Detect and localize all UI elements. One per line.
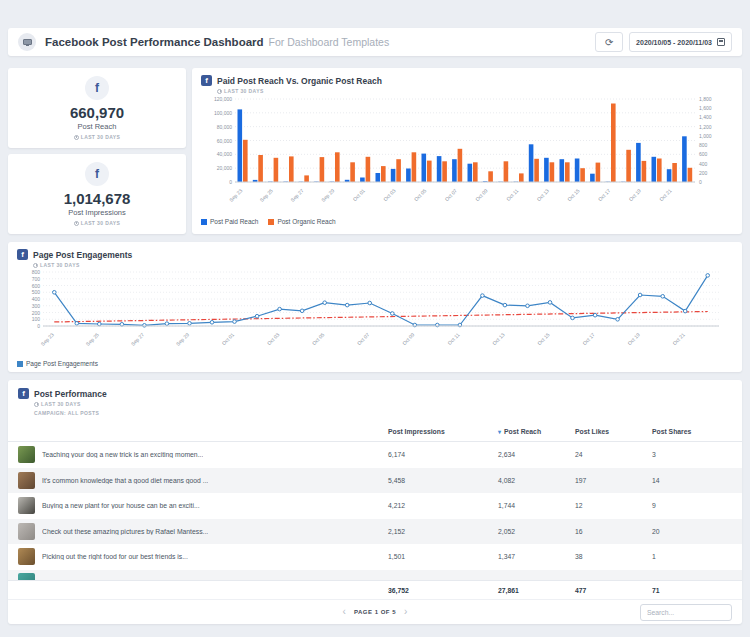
prev-page-icon[interactable]: ‹ bbox=[343, 607, 346, 617]
svg-text:Oct 17: Oct 17 bbox=[597, 187, 612, 202]
date-range-picker[interactable]: 2020/10/05 - 2020/11/03 bbox=[629, 32, 732, 52]
svg-text:300: 300 bbox=[32, 303, 41, 309]
post-thumbnail bbox=[18, 548, 35, 565]
post-shares-cell: 9 bbox=[652, 502, 742, 509]
svg-text:400: 400 bbox=[32, 296, 41, 302]
post-impressions-cell: 1,501 bbox=[388, 553, 498, 560]
calendar-icon bbox=[717, 38, 725, 46]
svg-text:700: 700 bbox=[32, 276, 41, 282]
svg-text:0: 0 bbox=[699, 179, 702, 185]
post-title-cell: Buying a new plant for your house can be… bbox=[8, 497, 388, 514]
post-reach-cell: 4,082 bbox=[498, 477, 575, 484]
bar-chart-legend: Post Paid ReachPost Organic Reach bbox=[201, 218, 733, 225]
svg-text:Sep 25: Sep 25 bbox=[85, 331, 101, 347]
total-reach: 27,861 bbox=[498, 587, 575, 594]
search-input[interactable] bbox=[640, 604, 732, 621]
totals-row: 36,752 27,861 477 71 bbox=[8, 580, 742, 599]
post-thumbnail bbox=[18, 523, 35, 540]
svg-text:Sep 25: Sep 25 bbox=[259, 187, 275, 203]
bar-chart: 020,00040,00060,00080,000100,000120,0000… bbox=[201, 94, 733, 212]
clock-icon bbox=[217, 89, 222, 94]
pagination: ‹ PAGE 1 OF 5 › bbox=[8, 607, 742, 617]
column-header-shares[interactable]: Post Shares bbox=[652, 428, 742, 435]
svg-text:0: 0 bbox=[229, 179, 232, 185]
facebook-icon: f bbox=[18, 388, 29, 399]
campaign-label: CAMPAIGN: ALL POSTS bbox=[34, 410, 732, 416]
svg-text:Oct 19: Oct 19 bbox=[627, 187, 642, 202]
table-body: Teaching your dog a new trick is an exci… bbox=[8, 442, 742, 580]
post-row[interactable]: Check out these amazing pictures by Rafa… bbox=[8, 519, 742, 545]
column-header-likes[interactable]: Post Likes bbox=[575, 428, 652, 435]
post-thumbnail bbox=[18, 472, 35, 489]
svg-text:Oct 15: Oct 15 bbox=[566, 187, 581, 202]
svg-text:Oct 01: Oct 01 bbox=[351, 187, 366, 202]
svg-text:80,000: 80,000 bbox=[217, 124, 233, 130]
post-thumbnail bbox=[18, 446, 35, 463]
facebook-icon: f bbox=[85, 76, 109, 100]
svg-text:Sep 23: Sep 23 bbox=[40, 331, 56, 347]
svg-text:800: 800 bbox=[32, 269, 41, 275]
post-title: Check out these amazing pictures by Rafa… bbox=[42, 528, 208, 535]
svg-text:Sep 27: Sep 27 bbox=[130, 331, 146, 347]
clock-icon bbox=[34, 402, 39, 407]
svg-text:100,000: 100,000 bbox=[214, 110, 232, 116]
next-page-icon[interactable]: › bbox=[404, 607, 407, 617]
svg-text:600: 600 bbox=[32, 283, 41, 289]
svg-text:Oct 21: Oct 21 bbox=[658, 187, 673, 202]
post-row[interactable]: It's common knowledge that a good diet m… bbox=[8, 468, 742, 494]
post-impressions-label: Post Impressions bbox=[68, 208, 126, 217]
svg-text:Oct 13: Oct 13 bbox=[491, 331, 506, 346]
post-row[interactable]: Buying a new plant for your house can be… bbox=[8, 493, 742, 519]
svg-text:1,000: 1,000 bbox=[699, 133, 712, 139]
post-title: Buying a new plant for your house can be… bbox=[42, 502, 200, 509]
post-impressions-cell: 2,152 bbox=[388, 528, 498, 535]
refresh-button[interactable]: ⟳ bbox=[595, 32, 623, 52]
svg-text:800: 800 bbox=[699, 142, 708, 148]
svg-text:Sep 29: Sep 29 bbox=[320, 187, 336, 203]
post-reach-label: Post Reach bbox=[78, 122, 117, 131]
post-row[interactable]: Teaching your dog a new trick is an exci… bbox=[8, 442, 742, 468]
svg-text:200: 200 bbox=[32, 310, 41, 316]
post-title: Teaching your dog a new trick is an exci… bbox=[42, 451, 203, 458]
svg-text:1,200: 1,200 bbox=[699, 124, 712, 130]
post-impressions-value: 1,014,678 bbox=[64, 190, 131, 207]
line-chart-legend: Page Post Engagements bbox=[17, 360, 733, 367]
facebook-icon: f bbox=[17, 249, 28, 260]
post-row[interactable]: Picking out the right food for our best … bbox=[8, 544, 742, 570]
column-header-reach[interactable]: ▾Post Reach bbox=[498, 428, 575, 435]
svg-text:1,800: 1,800 bbox=[699, 96, 712, 102]
post-row[interactable] bbox=[8, 570, 742, 581]
stat-card-post-reach: f 660,970 Post Reach LAST 30 DAYS bbox=[8, 68, 186, 148]
post-likes-cell: 38 bbox=[575, 553, 652, 560]
clock-icon bbox=[33, 263, 38, 268]
post-shares-cell: 3 bbox=[652, 451, 742, 458]
post-thumbnail bbox=[18, 497, 35, 514]
post-reach-value: 660,970 bbox=[70, 104, 124, 121]
svg-text:Oct 03: Oct 03 bbox=[266, 331, 281, 346]
post-performance-card: f Post Performance LAST 30 DAYS CAMPAIGN… bbox=[8, 380, 742, 624]
svg-text:Oct 01: Oct 01 bbox=[221, 331, 236, 346]
svg-text:1,600: 1,600 bbox=[699, 105, 712, 111]
post-likes-cell: 12 bbox=[575, 502, 652, 509]
column-header-impressions[interactable]: Post Impressions bbox=[388, 428, 498, 435]
svg-text:20,000: 20,000 bbox=[217, 165, 233, 171]
table-footer: ‹ PAGE 1 OF 5 › bbox=[8, 599, 742, 624]
svg-text:Oct 07: Oct 07 bbox=[443, 187, 458, 202]
post-title-cell: Picking out the right food for our best … bbox=[8, 548, 388, 565]
svg-text:400: 400 bbox=[699, 161, 708, 167]
post-reach-cell: 2,634 bbox=[498, 451, 575, 458]
post-thumbnail bbox=[18, 573, 35, 581]
dashboard-header: Facebook Post Performance Dashboard For … bbox=[8, 28, 742, 56]
bar-chart-title: Paid Post Reach Vs. Organic Post Reach bbox=[217, 76, 382, 86]
total-likes: 477 bbox=[575, 587, 652, 594]
svg-text:Oct 09: Oct 09 bbox=[474, 187, 489, 202]
app-avatar bbox=[18, 33, 36, 51]
date-range-value: 2020/10/05 - 2020/11/03 bbox=[636, 39, 712, 46]
line-chart: 0100200300400500600700800Sep 23Sep 25Sep… bbox=[17, 268, 733, 354]
monitor-icon bbox=[23, 39, 32, 45]
post-title: It's common knowledge that a good diet m… bbox=[42, 477, 208, 484]
refresh-icon: ⟳ bbox=[605, 37, 613, 48]
post-likes-cell: 24 bbox=[575, 451, 652, 458]
svg-text:Oct 05: Oct 05 bbox=[413, 187, 428, 202]
post-shares-cell: 20 bbox=[652, 528, 742, 535]
